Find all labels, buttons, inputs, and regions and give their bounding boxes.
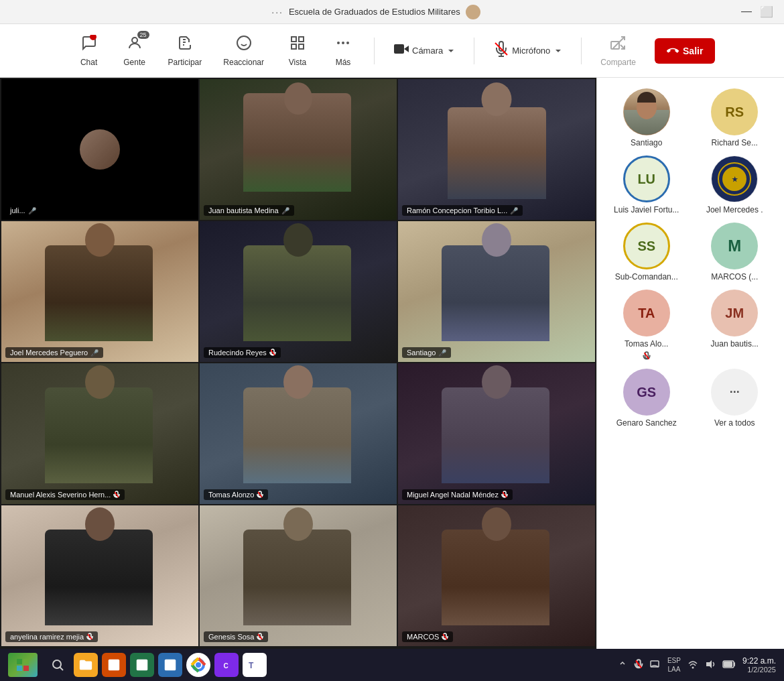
- svg-point-50: [692, 666, 694, 668]
- participate-button[interactable]: Participar: [160, 31, 210, 71]
- video-name-12: MARCOS: [402, 631, 453, 642]
- share-button[interactable]: Comparte: [592, 31, 644, 71]
- svg-point-43: [196, 662, 201, 668]
- more-label: Más: [336, 58, 351, 67]
- participant-name-jm: Juan bautis...: [711, 339, 759, 349]
- tray-time-value: 9:22 a.m.: [742, 656, 776, 666]
- participant-avatar-ss: SS: [623, 223, 670, 269]
- more-icon: [335, 35, 351, 55]
- people-count: 25: [137, 31, 149, 39]
- tray-chevron-icon[interactable]: [618, 660, 627, 670]
- participant-santiago: Santiago: [605, 88, 688, 147]
- svg-rect-29: [17, 659, 22, 664]
- svg-rect-31: [17, 666, 22, 671]
- camera-button[interactable]: Cámara: [385, 37, 463, 65]
- participants-panel: Santiago RS Richard Se... LU Luis Javiel…: [596, 78, 784, 649]
- participate-label: Participar: [168, 58, 202, 67]
- participant-avatar-more: ···: [711, 369, 758, 416]
- tray-volume-icon[interactable]: [705, 659, 716, 672]
- camera-label: Cámara: [412, 46, 443, 56]
- video-cell-1: juli... 🎤: [1, 79, 198, 220]
- svg-text:W: W: [167, 664, 172, 670]
- participant-avatar-santiago: [623, 88, 670, 135]
- chat-button[interactable]: Chat: [69, 31, 109, 71]
- video-name-11: Genesis Sosa: [204, 631, 268, 642]
- taskbar-tray: ESP LAA 9:22 a.m: [618, 656, 776, 674]
- toolbar-divider-1: [374, 38, 375, 64]
- react-label: Reaccionar: [223, 58, 264, 67]
- video-name-5: Rudecindo Reyes: [204, 347, 281, 358]
- start-button[interactable]: [8, 653, 38, 677]
- svg-rect-30: [23, 659, 29, 664]
- chat-icon: [81, 35, 97, 55]
- tray-cast-icon[interactable]: [650, 659, 661, 672]
- svg-rect-32: [23, 666, 29, 671]
- people-button[interactable]: 25 Gente: [115, 31, 155, 71]
- taskbar-chrome[interactable]: [186, 653, 210, 677]
- svg-rect-8: [299, 44, 304, 49]
- camera-icon: [393, 41, 409, 61]
- participant-jm: JM Juan bautis...: [694, 290, 777, 361]
- share-icon: [610, 35, 627, 55]
- title-bar-avatar: [466, 5, 480, 19]
- taskbar-powerpoint[interactable]: P: [102, 653, 126, 677]
- svg-rect-53: [724, 662, 732, 667]
- participant-name-ta: Tomas Alo...: [625, 339, 668, 361]
- mic-button[interactable]: Micrófono: [485, 37, 570, 65]
- video-cell-3: Ramón Concepcion Toribio L... 🎤: [398, 79, 595, 220]
- svg-line-34: [60, 667, 63, 670]
- svg-rect-5: [291, 37, 296, 42]
- view-button[interactable]: Vista: [277, 31, 318, 71]
- taskbar-canva[interactable]: C: [214, 653, 239, 677]
- video-cell-11: Genesis Sosa: [200, 505, 397, 646]
- mic-label: Micrófono: [512, 46, 550, 56]
- participant-name-more: Ver a todos: [714, 418, 755, 428]
- tray-mic-muted: [634, 659, 643, 672]
- video-cell-7: Manuel Alexis Severino Hern...: [1, 363, 198, 504]
- react-button[interactable]: Reaccionar: [215, 31, 272, 71]
- participant-avatar-jm: JM: [711, 290, 758, 336]
- video-cell-12: MARCOS: [398, 505, 595, 646]
- video-name-10: anyelina ramirez mejia: [5, 631, 98, 642]
- view-label: Vista: [289, 58, 306, 67]
- video-cell-6: Santiago 🎤: [398, 221, 595, 362]
- taskbar-excel[interactable]: X: [130, 653, 154, 677]
- svg-marker-51: [706, 660, 712, 668]
- main-area: juli... 🎤 Juan bautista Medina 🎤 Ramón C…: [0, 78, 784, 649]
- svg-point-11: [346, 42, 349, 44]
- participant-name-m: MARCOS (...: [711, 272, 758, 282]
- participant-ta: TA Tomas Alo...: [605, 290, 688, 361]
- participant-name-lu: Luis Javiel Fortu...: [614, 205, 679, 214]
- more-button[interactable]: Más: [323, 31, 363, 71]
- participant-gs: GS Genaro Sanchez: [605, 369, 688, 428]
- participant-avatar-gs: GS: [623, 369, 670, 416]
- tray-wifi-icon[interactable]: [688, 659, 698, 672]
- video-grid: juli... 🎤 Juan bautista Medina 🎤 Ramón C…: [0, 78, 596, 649]
- tray-time: 9:22 a.m. 1/2/2025: [742, 656, 776, 674]
- participate-icon: [177, 35, 193, 55]
- participant-avatar-rs: RS: [711, 88, 758, 135]
- taskbar-search[interactable]: [46, 653, 70, 677]
- svg-text:X: X: [139, 663, 143, 670]
- participant-name-gs: Genaro Sanchez: [616, 418, 677, 428]
- svg-rect-54: [734, 662, 735, 666]
- taskbar-word[interactable]: W: [158, 653, 182, 677]
- video-cell-10: anyelina ramirez mejia: [1, 505, 198, 646]
- video-name-4: Joel Mercedes Peguero 🎤: [5, 347, 103, 358]
- video-name-2: Juan bautista Medina 🎤: [204, 205, 294, 216]
- taskbar-teams[interactable]: T: [243, 653, 267, 677]
- svg-text:P: P: [111, 663, 115, 670]
- participant-see-all[interactable]: ··· Ver a todos: [694, 369, 777, 428]
- share-label: Comparte: [600, 58, 636, 67]
- end-call-button[interactable]: Salir: [655, 38, 715, 64]
- tray-battery-icon: [722, 660, 736, 671]
- taskbar-explorer[interactable]: [74, 653, 98, 677]
- svg-point-10: [342, 42, 344, 44]
- react-icon: [236, 35, 252, 55]
- view-icon: [289, 35, 306, 55]
- video-name-6: Santiago 🎤: [402, 347, 451, 358]
- minimize-button[interactable]: —: [741, 5, 752, 18]
- maximize-button[interactable]: ⬜: [760, 5, 773, 18]
- svg-text:C: C: [223, 662, 228, 670]
- video-name-3: Ramón Concepcion Toribio L... 🎤: [402, 205, 523, 216]
